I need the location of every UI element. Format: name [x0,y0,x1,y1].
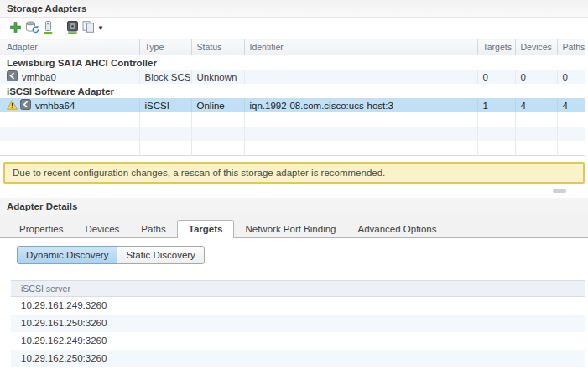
adapter-targets[interactable]: 0 [477,70,515,84]
adapter-type[interactable]: iSCSI [139,98,191,112]
iscsi-server-row[interactable]: 10.29.161.250:3260 [11,315,585,332]
adapter-type[interactable]: Block SCSI [139,70,191,84]
add-icon [10,22,21,35]
discovery-toggle: Dynamic Discovery Static Discovery [17,246,205,264]
adapter-devices[interactable]: 0 [515,70,557,84]
splitter-handle[interactable] [553,189,566,193]
adapter-row-vmhba0[interactable]: vmhba0 Block SCSI Unknown 0 0 0 [0,70,585,84]
storage-adapter-icon [20,99,31,112]
adapter-details-title: Adapter Details [7,201,77,211]
disk-rescan-icon [67,21,78,36]
adapter-details-tabbar: Properties Devices Paths Targets Network… [0,215,588,238]
iscsi-server-row[interactable]: 10.29.162.249:3260 [11,332,585,350]
column-header-type[interactable]: Type [139,39,191,55]
adapter-targets[interactable]: 1 [477,98,515,112]
iscsi-server-row[interactable]: 10.29.162.250:3260 [11,350,585,367]
adapter-paths[interactable]: 4 [557,98,585,112]
adapter-name: vmhba0 [20,72,56,82]
panel-splitter[interactable] [0,184,588,198]
empty-row[interactable] [11,367,585,385]
storage-adapters-title: Storage Adapters [7,3,86,13]
tab-properties[interactable]: Properties [8,221,74,237]
targets-tab-content: Dynamic Discovery Static Discovery iSCSI… [0,238,588,385]
column-header-status[interactable]: Status [191,39,244,55]
rescan-adapter-button[interactable] [44,21,53,36]
static-discovery-button[interactable]: Static Discovery [117,246,204,264]
tab-targets[interactable]: Targets [177,220,235,238]
adapter-devices[interactable]: 4 [515,98,557,112]
storage-adapters-header: Storage Adapters [0,0,588,18]
group-label[interactable]: Lewisburg SATA AHCI Controller [0,55,585,70]
adapter-paths[interactable]: 0 [557,70,585,84]
adapters-table-header-row: Adapter Type Status Identifier Targets D… [0,39,585,55]
tab-devices[interactable]: Devices [74,221,130,237]
tab-network-port-binding[interactable]: Network Port Binding [234,221,346,237]
adapter-details-header: Adapter Details [0,198,588,215]
dynamic-discovery-button[interactable]: Dynamic Discovery [17,246,117,264]
adapter-status[interactable]: Online [191,98,244,112]
caret-down-icon: ▼ [97,25,104,32]
warning-icon [7,100,18,112]
iscsi-server-row[interactable]: 10.29.161.249:3260 [11,297,585,315]
column-header-devices[interactable]: Devices [515,39,557,55]
copy-button[interactable]: ▼ [82,21,104,35]
rescan-storage-button[interactable] [25,21,39,36]
adapters-table: Adapter Type Status Identifier Targets D… [0,39,585,156]
storage-adapters-toolbar: ▼ [0,18,588,39]
storage-adapters-panel: Storage Adapters [0,0,588,385]
tab-paths[interactable]: Paths [130,221,176,237]
column-header-iscsi-server[interactable]: iSCSI server [11,280,585,297]
group-label[interactable]: iSCSI Software Adapter [0,84,585,98]
empty-row[interactable] [0,141,585,156]
adapter-name: vmhba64 [34,101,75,111]
disk-rescan-button[interactable] [67,21,78,36]
iscsi-server-table: iSCSI server 10.29.161.249:3260 10.29.16… [11,280,585,385]
rescan-storage-icon [25,21,39,36]
column-header-adapter[interactable]: Adapter [0,39,139,55]
adapter-status[interactable]: Unknown [191,70,244,84]
adapter-group-row-iscsi[interactable]: iSCSI Software Adapter [0,84,585,98]
empty-row[interactable] [0,127,585,141]
rescan-notice: Due to recent configuration changes, a r… [3,162,585,184]
toolbar-separator [60,23,60,34]
rescan-notice-text: Due to recent configuration changes, a r… [13,168,385,178]
storage-adapter-icon [7,70,18,83]
adapter-row-vmhba64[interactable]: vmhba64 iSCSI Online iqn.1992-08.com.cis… [0,98,585,112]
add-adapter-button[interactable] [10,22,21,35]
rescan-adapter-icon [44,21,53,36]
column-header-targets[interactable]: Targets [477,39,515,55]
copy-icon [82,21,95,35]
adapter-group-row-lewisburg[interactable]: Lewisburg SATA AHCI Controller [0,55,585,70]
column-header-identifier[interactable]: Identifier [244,39,477,55]
empty-row[interactable] [0,112,585,127]
column-header-paths[interactable]: Paths [557,39,585,55]
adapter-identifier[interactable]: iqn.1992-08.com.cisco:ucs-host:3 [244,98,477,112]
tab-advanced-options[interactable]: Advanced Options [346,221,447,237]
adapter-identifier[interactable] [244,70,477,84]
